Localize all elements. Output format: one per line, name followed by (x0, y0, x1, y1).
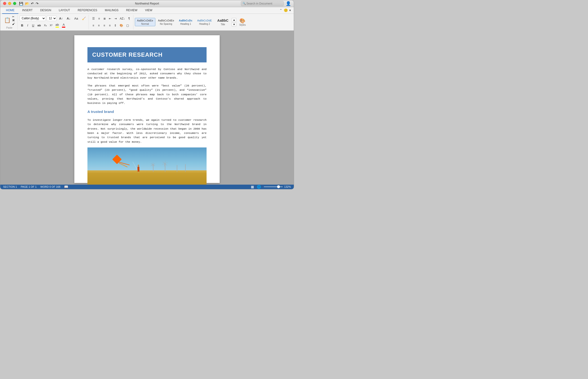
emoji-icon[interactable]: 🙂 (284, 8, 288, 12)
numbering-button[interactable]: ≡ (96, 16, 102, 21)
paragraph-group: ☰ ≡ ≣ ⇤ ⇥ AZ↓ ¶ ≡ ≡ ≡ ≡ ⇕ 🎨 ▢ (89, 15, 133, 30)
maximize-button[interactable] (13, 2, 16, 5)
multilevel-button[interactable]: ≣ (102, 16, 107, 21)
turbine-4 (185, 164, 186, 172)
highlight-button[interactable]: ab (54, 22, 60, 28)
clipboard-group: 📋 ✂ ⌘ 🖌 Paste (2, 15, 18, 30)
shading-button[interactable]: 🎨 (118, 23, 125, 28)
style-title[interactable]: AaBbC Title (214, 17, 231, 27)
account-icon[interactable]: 👤 (286, 1, 291, 6)
show-paragraph-button[interactable]: ¶ (127, 16, 132, 21)
subscript-button[interactable]: X₂ (42, 23, 48, 28)
shrink-font-button[interactable]: A↓ (65, 16, 72, 21)
layout-view-icon[interactable]: ▦ (251, 185, 254, 189)
styles-panel-button[interactable]: 🎨 Styles (237, 17, 248, 27)
border-button[interactable]: ▢ (125, 23, 130, 28)
undo-icon[interactable]: ↶ (31, 2, 34, 5)
italic-button[interactable]: I (25, 23, 30, 28)
paste-button[interactable]: 📋 (3, 15, 11, 26)
title-bar-right: 🔍 👤 (241, 1, 291, 6)
redo-icon[interactable]: ↷ (36, 2, 39, 5)
sort-button[interactable]: AZ↓ (118, 16, 126, 21)
bullets-button[interactable]: ☰ (91, 16, 96, 21)
search-input[interactable] (241, 1, 284, 6)
tab-home[interactable]: HOME (2, 7, 18, 14)
tab-view[interactable]: VIEW (141, 7, 156, 14)
align-left-button[interactable]: ≡ (91, 23, 96, 28)
decrease-indent-button[interactable]: ⇤ (108, 16, 113, 21)
save-icon[interactable]: 💾 (19, 2, 23, 5)
horizon (87, 170, 207, 173)
align-center-button[interactable]: ≡ (96, 23, 101, 28)
traffic-lights (3, 2, 16, 5)
zoom-label: 132% (284, 185, 291, 188)
increase-indent-button[interactable]: ⇥ (113, 16, 118, 21)
font-size-select[interactable]: 12 (47, 16, 57, 21)
style-no-spacing-preview: AaBbCcDdEe (158, 19, 174, 22)
style-heading1-preview: AaBbCcDc (179, 19, 192, 22)
web-view-icon[interactable]: 🌐 (257, 185, 261, 189)
style-heading1[interactable]: AaBbCcDc Heading 1 (177, 18, 195, 26)
search-wrapper: 🔍 (241, 1, 284, 6)
styles-panel-label: Styles (239, 24, 246, 26)
word-count-label: WORD 0 OF 168 (41, 185, 61, 188)
tab-design[interactable]: DESIGN (36, 7, 55, 14)
align-right-button[interactable]: ≡ (102, 23, 107, 28)
ribbon-collapse-icon[interactable]: ⌃ (279, 8, 282, 12)
style-no-spacing[interactable]: AaBbCcDdEe No Spacing (156, 18, 176, 26)
justify-button[interactable]: ≡ (107, 23, 112, 28)
zoom-slider[interactable] (264, 186, 283, 187)
book-icon[interactable]: 📖 (64, 185, 68, 189)
ribbon: HOME INSERT DESIGN LAYOUT REFERENCES MAI… (0, 7, 294, 31)
document-title: CUSTOMER RESEARCH (92, 51, 202, 58)
grow-font-button[interactable]: A↑ (58, 16, 64, 21)
change-case-button[interactable]: Aa (73, 16, 79, 21)
format-painter-button[interactable]: 🖌 (11, 22, 16, 26)
font-name-select[interactable]: Calibri (Body) (19, 16, 46, 21)
person (138, 167, 139, 172)
status-right: ▦ 🌐 132% (251, 185, 291, 189)
document-paragraph-2: The phrases that emerged most often were… (87, 84, 207, 106)
styles-scroll-down[interactable]: ▼ (232, 22, 236, 26)
status-bar: SECTION 1 PAGE 1 OF 1 WORD 0 OF 168 📖 ▦ … (0, 185, 294, 189)
style-normal-label: Normal (141, 23, 149, 25)
window-title: Northwind Report (135, 2, 159, 5)
strikethrough-button[interactable]: ab (36, 23, 42, 28)
zoom-thumb[interactable] (277, 185, 280, 188)
font-color-button[interactable]: A (61, 22, 67, 28)
document-area[interactable]: CUSTOMER RESEARCH A customer research su… (0, 31, 294, 185)
more-icon[interactable]: ▾ (289, 8, 291, 12)
close-button[interactable] (3, 2, 6, 5)
tab-layout[interactable]: LAYOUT (55, 7, 74, 14)
document-image (87, 147, 207, 185)
open-icon[interactable]: 📂 (25, 2, 29, 5)
styles-scroll-up[interactable]: ▲ (232, 18, 236, 22)
style-title-preview: AaBbC (217, 18, 228, 23)
section-label: SECTION 1 (3, 185, 17, 188)
bold-button[interactable]: B (19, 23, 25, 28)
clear-formatting-button[interactable]: 🧹 (80, 16, 87, 21)
style-heading1-label: Heading 1 (180, 23, 191, 25)
line-spacing-button[interactable]: ⇕ (113, 23, 118, 28)
title-bar: 💾 📂 ↶ ↷ Northwind Report 🔍 👤 (0, 0, 294, 7)
ribbon-content: 📋 ✂ ⌘ 🖌 Paste (0, 14, 294, 31)
kite (114, 156, 120, 163)
app-window: 💾 📂 ↶ ↷ Northwind Report 🔍 👤 HOME INSERT… (0, 0, 294, 190)
tab-insert[interactable]: INSERT (18, 7, 36, 14)
tab-review[interactable]: REVIEW (122, 7, 141, 14)
copy-button[interactable]: ⌘ (11, 18, 16, 22)
cut-icon: ✂ (12, 15, 14, 18)
document-paragraph-3: To investigate longer-term trends, we ag… (87, 118, 207, 144)
superscript-button[interactable]: X² (48, 23, 54, 27)
minimize-button[interactable] (8, 2, 11, 5)
document: CUSTOMER RESEARCH A customer research su… (74, 35, 220, 183)
list-row: ☰ ≡ ≣ ⇤ ⇥ AZ↓ ¶ (91, 16, 132, 21)
cut-button[interactable]: ✂ (11, 15, 16, 18)
tab-references[interactable]: REFERENCES (74, 7, 101, 14)
align-row: ≡ ≡ ≡ ≡ ⇕ 🎨 ▢ (91, 23, 132, 28)
style-heading2[interactable]: AaBbCcDdE Heading 2 (195, 18, 214, 26)
page-label: PAGE 1 OF 1 (21, 185, 36, 188)
style-normal[interactable]: AaBbCcDdEe Normal (135, 18, 155, 26)
underline-button[interactable]: U (31, 23, 36, 28)
tab-mailings[interactable]: MAILINGS (101, 7, 122, 14)
